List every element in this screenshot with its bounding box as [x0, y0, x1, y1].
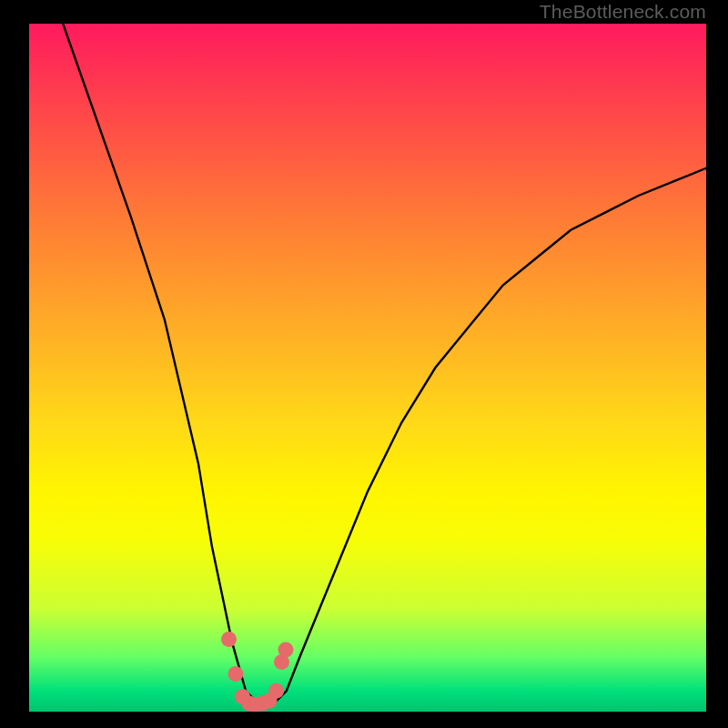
data-marker — [228, 666, 243, 682]
data-marker — [278, 642, 294, 658]
chart-canvas: TheBottleneck.com — [0, 0, 728, 728]
chart-overlay — [29, 24, 706, 712]
bottleneck-curve — [63, 24, 706, 704]
data-marker — [268, 683, 284, 699]
watermark-text: TheBottleneck.com — [540, 1, 706, 23]
data-marker — [221, 632, 237, 647]
data-markers — [221, 632, 294, 712]
